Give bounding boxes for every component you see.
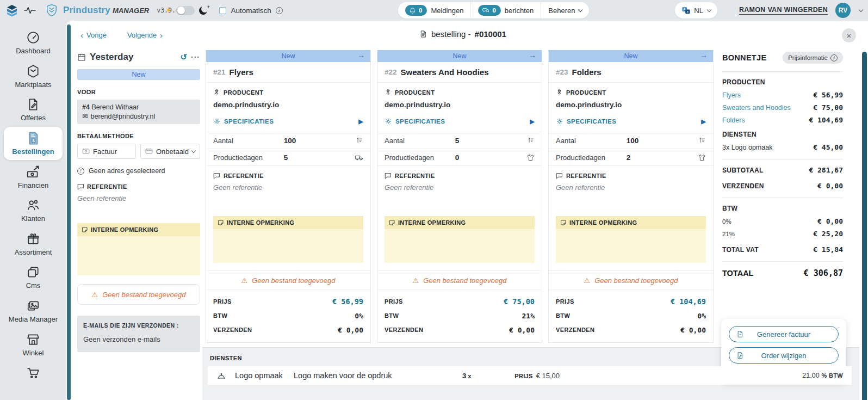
internal-note-textarea[interactable]: [385, 229, 535, 263]
sidebar-item-media-manager[interactable]: Media Manager: [4, 294, 63, 328]
producer-block: PRODUCENT demo.prindustry.io: [549, 83, 713, 110]
product-cards: New → #21 Flyers PRODUCENT demo.prindust…: [206, 50, 714, 343]
sidebar-item-offertes[interactable]: Offertes: [4, 93, 63, 126]
producer-icon: [556, 89, 563, 96]
sidebar-item-marktplaats[interactable]: Marktplaats: [4, 60, 63, 93]
receipt-icon: [82, 148, 90, 155]
customer-id: #4: [82, 103, 90, 111]
product-status-bar[interactable]: New →: [377, 50, 542, 62]
gear-icon: [385, 118, 392, 125]
sidebar-item-assortiment[interactable]: Assortiment: [4, 227, 63, 261]
gear-icon: [556, 118, 563, 125]
sidebar-item-klanten[interactable]: Klanten: [4, 194, 63, 227]
specifications-toggle[interactable]: SPECIFICATIES ▶: [549, 110, 713, 132]
right-scrollbar[interactable]: [862, 52, 867, 400]
card-icon: [145, 148, 153, 155]
product-shipping: € 0,00: [680, 326, 706, 334]
box-icon: [26, 64, 40, 78]
customer-box[interactable]: #4 Berend Withaar ✉ berend@prindustry.nl: [77, 100, 200, 124]
no-file-upload[interactable]: ⚠ Geen bestand toegevoegd: [377, 270, 542, 290]
no-file-upload[interactable]: ⚠ Geen bestand toegevoegd: [206, 270, 370, 290]
order-status-badge[interactable]: New: [77, 69, 200, 80]
translate-icon: Az: [681, 6, 691, 15]
receipt-line: 3x Logo opmaak € 45,00: [722, 143, 843, 151]
receipt-product-link[interactable]: Sweaters and Hoodies: [722, 104, 791, 112]
specifications-toggle[interactable]: SPECIFICATIES ▶: [377, 110, 542, 132]
order-info-panel: Yesterday ↺ ··· New VOOR #4 Berend Witha…: [77, 52, 200, 352]
payment-method-select[interactable]: Factuur: [77, 144, 136, 159]
svg-text:$: $: [32, 138, 35, 143]
expand-icon[interactable]: ▶: [530, 118, 535, 125]
page-title: bestelling - #010001: [77, 29, 848, 39]
notifications-button[interactable]: 0 Meldingen: [398, 2, 471, 19]
no-address-row: ! Geen adres geselecteerd: [77, 167, 200, 175]
product-type-icon: [355, 154, 363, 161]
internal-note-textarea[interactable]: [77, 236, 200, 275]
warning-icon: ⚠: [92, 291, 98, 299]
receipt-title: BONNETJE: [722, 53, 766, 62]
product-card-flyers: New → #21 Flyers PRODUCENT demo.prindust…: [206, 50, 371, 343]
sidebar-item-cart[interactable]: [4, 361, 63, 384]
payment-label: BETAALMETHODE: [77, 133, 200, 139]
cube-logo-icon: [5, 4, 18, 17]
services-title: DIENSTEN: [210, 355, 852, 361]
left-scrollbar[interactable]: [67, 24, 71, 400]
moon-icon: +: [199, 7, 207, 15]
sidebar-item-dashboard[interactable]: Dashboard: [4, 26, 63, 59]
language-selector[interactable]: Az NL: [675, 2, 717, 19]
specifications-toggle[interactable]: SPECIFICATIES ▶: [206, 110, 370, 132]
user-name-link[interactable]: RAMON VAN WINGERDEN: [739, 6, 828, 15]
internal-note-textarea[interactable]: [556, 229, 706, 263]
internal-note-textarea[interactable]: [213, 229, 363, 263]
sidebar-item-financien[interactable]: Financien: [4, 161, 63, 194]
open-product-icon[interactable]: →: [700, 51, 708, 59]
sidebar-item-bestellingen[interactable]: $ Bestellingen: [4, 127, 63, 160]
product-status-bar[interactable]: New →: [549, 50, 713, 62]
receipt-panel: BONNETJE Prijsinformatie i PRODUCTEN Fly…: [722, 52, 843, 282]
chat-bubble-icon: [77, 183, 84, 190]
receipt-product-link[interactable]: Folders: [722, 116, 745, 124]
receipt-line: Sweaters and Hoodies € 75,00: [722, 103, 843, 112]
no-file-upload[interactable]: ⚠ Geen bestand toegevoegd: [549, 270, 713, 290]
receipt-product-link[interactable]: Flyers: [722, 91, 741, 99]
product-type-icon: [698, 154, 706, 161]
generate-invoice-button[interactable]: Genereer factuur: [729, 326, 839, 342]
producer-name: demo.prindustry.io: [213, 101, 363, 109]
warning-icon: ⚠: [413, 276, 419, 285]
info-icon: i: [830, 54, 838, 61]
pulse-icon: [24, 5, 36, 15]
close-button[interactable]: ×: [842, 28, 856, 42]
sent-emails-value: Geen verzonden e-mails: [83, 335, 194, 343]
manage-dropdown[interactable]: Beheren: [541, 2, 589, 19]
open-product-icon[interactable]: →: [529, 51, 536, 59]
expand-icon[interactable]: ▶: [358, 118, 363, 125]
open-product-icon[interactable]: →: [357, 51, 365, 59]
topbar-pill-group: 0 Meldingen 0 berichten Beheren: [398, 2, 589, 19]
reference-block: REFERENTIE Geen referentie: [549, 166, 713, 192]
price-info-button[interactable]: Prijsinformatie i: [783, 52, 843, 64]
auto-theme-checkbox[interactable]: [219, 7, 226, 14]
messages-button[interactable]: 0 berichten: [471, 2, 541, 19]
product-status-bar[interactable]: New →: [206, 50, 370, 62]
sort-icon: [698, 137, 706, 144]
aantal-row: Aantal 5: [377, 132, 542, 149]
info-icon[interactable]: i: [276, 7, 283, 14]
theme-toggle[interactable]: [176, 6, 195, 15]
avatar[interactable]: RV: [835, 3, 851, 18]
manage-label: Beheren: [548, 7, 575, 15]
no-file-upload[interactable]: ⚠ Geen bestand toegevoegd: [77, 284, 200, 305]
customer-name: Berend Withaar: [91, 103, 139, 111]
service-row[interactable]: Logo opmaak Logo maken voor de opdruk 3x…: [208, 366, 852, 385]
alert-circle-icon: !: [77, 168, 84, 175]
sidebar-item-cms[interactable]: Cms: [4, 261, 63, 294]
total-vat-row: TOTAL VAT € 15,84: [722, 245, 843, 254]
history-icon[interactable]: ↺: [180, 52, 187, 62]
sidebar-item-winkel[interactable]: Winkel: [4, 328, 63, 361]
chat-bubble-icon: [556, 173, 563, 179]
payment-status-select[interactable]: Onbetaald: [140, 144, 200, 159]
expand-icon[interactable]: ▶: [701, 118, 706, 125]
reference-block: REFERENTIE Geen referentie: [206, 166, 370, 192]
product-price: € 56,99: [332, 297, 363, 306]
more-options-icon[interactable]: ···: [191, 53, 200, 61]
user-menu-chevron-icon[interactable]: [859, 7, 863, 11]
